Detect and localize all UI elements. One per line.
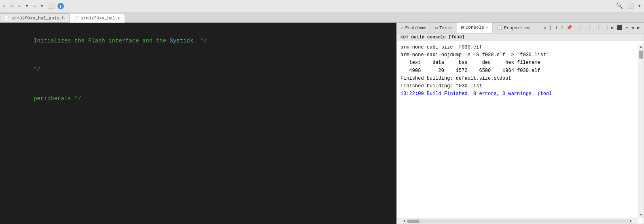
console-line-status: 13:22:00 Build Finished. 0 errors, 0 war… xyxy=(400,90,640,98)
code-comment-3: */ xyxy=(34,66,40,73)
editor-tab-bar: 📄 stm32f0xx_hal_gpio.h 📄 stm32f0xx_hal.c xyxy=(0,12,644,23)
maximize-btn[interactable]: ⬜ xyxy=(626,2,635,10)
clear-console-btn[interactable]: ✕ xyxy=(542,24,547,31)
file-icon-gpio: 📄 xyxy=(4,16,9,21)
window-btn[interactable]: ⬜ xyxy=(47,2,56,10)
scroll-down-arrow[interactable]: ▼ xyxy=(638,212,644,218)
console-vscrollbar[interactable]: ▲ ▼ xyxy=(638,44,644,218)
code-comment-peripherals: peripherals */ xyxy=(34,95,81,102)
layout-btn1[interactable]: ⬜ xyxy=(574,24,582,31)
hscroll-track xyxy=(406,220,629,223)
code-line-peripherals: peripherals */ xyxy=(6,85,390,113)
scroll-left-arrow[interactable]: ◀ xyxy=(403,219,405,223)
console-area: CDT Build Console [f030] arm-none-eabi-s… xyxy=(397,33,644,224)
panel-tab-bar: ⚠ Problems ☑ Tasks ▤ Console ✕ 📋 Propert… xyxy=(397,23,644,33)
right-panel: ⚠ Problems ☑ Tasks ▤ Console ✕ 📋 Propert… xyxy=(396,23,644,224)
console-line-5: Finished building: default.size.stdout xyxy=(400,75,640,82)
tab-console-label: Console xyxy=(466,25,484,30)
hscroll-thumb[interactable] xyxy=(407,220,419,223)
console-line-2: arm-none-eabi-objdump -h -S f030.elf > "… xyxy=(400,51,640,59)
main-toolbar: ⇦ ⇨ ⇦ ▾ ⇨ ▾ ⬜ i 🔍 ⬜ ▾ xyxy=(0,0,644,12)
search-btn[interactable]: 🔍 xyxy=(615,2,624,10)
code-comment-2: . */ xyxy=(193,38,207,44)
console-line-1: arm-none-eabi-size f030.elf xyxy=(400,44,640,51)
layout-btn3[interactable]: ⬜ xyxy=(592,24,600,31)
pin-btn[interactable]: 📌 xyxy=(566,24,573,31)
console-line-4: 4908 20 1572 6500 1964 f030.elf xyxy=(400,67,640,75)
expand-btn[interactable]: ▶ xyxy=(636,24,641,31)
scroll-right-arrow[interactable]: ▶ xyxy=(630,219,632,223)
tab-tasks[interactable]: ☑ Tasks xyxy=(431,23,457,33)
problems-icon: ⚠ xyxy=(401,25,404,30)
collapse-btn[interactable]: ◀ xyxy=(631,24,635,31)
panel-main: CDT Build Console [f030] arm-none-eabi-s… xyxy=(397,33,644,224)
tab-hal-c[interactable]: 📄 stm32f0xx_hal.c xyxy=(69,14,125,23)
scroll-lock-btn[interactable]: | xyxy=(548,25,553,31)
main-layout: Initializes the Flash interface and the … xyxy=(0,23,644,224)
dropdown-btn2[interactable]: ▾ xyxy=(39,2,44,10)
run-btn[interactable]: ▶ xyxy=(610,24,614,31)
toggle-btn[interactable]: ▾ xyxy=(637,2,642,10)
code-editor[interactable]: Initializes the Flash interface and the … xyxy=(0,23,396,224)
tab-gpio-label: stm32f0xx_hal_gpio.h xyxy=(11,16,65,21)
layout-btn4[interactable]: ⬜ xyxy=(601,24,609,31)
layout-btn2[interactable]: ⬜ xyxy=(583,24,591,31)
tab-problems[interactable]: ⚠ Problems xyxy=(397,23,431,33)
tab-problems-label: Problems xyxy=(405,25,427,30)
tab-properties-label: Properties xyxy=(504,25,531,30)
tab-tasks-label: Tasks xyxy=(439,25,453,30)
tab-console[interactable]: ▤ Console ✕ xyxy=(457,23,493,33)
code-line-2: Initializes the Flash interface and the … xyxy=(6,27,390,55)
console-close-btn[interactable]: ✕ xyxy=(486,25,488,30)
panel-toolbar: ✕ | ⬆ ⬇ 📌 ⬜ ⬜ ⬜ ⬜ ▶ ⬛ ▾ ◀ ▶ xyxy=(541,24,642,31)
console-hscrollbar[interactable]: ◀ ▶ xyxy=(397,218,638,224)
back-btn2[interactable]: ⇦ xyxy=(17,2,22,10)
console-line-3: text data bss dec hex filename xyxy=(400,59,640,67)
options-dropdown[interactable]: ▾ xyxy=(625,24,629,31)
code-line-5: */ xyxy=(6,55,390,84)
back-btn[interactable]: ⇦ xyxy=(2,2,7,10)
scroll-up-btn[interactable]: ⬆ xyxy=(554,24,559,31)
tab-properties[interactable]: 📋 Properties xyxy=(493,23,535,33)
dropdown-btn[interactable]: ▾ xyxy=(24,2,30,10)
editor-content: Initializes the Flash interface and the … xyxy=(0,23,396,117)
properties-icon: 📋 xyxy=(497,25,502,30)
forward-btn2[interactable]: ⇨ xyxy=(32,2,37,10)
file-icon-hal: 📄 xyxy=(74,16,78,21)
stop-btn[interactable]: ⬛ xyxy=(616,24,623,31)
tasks-icon: ☑ xyxy=(435,25,438,30)
scroll-thumb-v[interactable] xyxy=(639,51,643,59)
scroll-down-btn[interactable]: ⬇ xyxy=(560,24,564,31)
console-line-7: Finished building: f030.list xyxy=(400,82,640,90)
tab-hal-label: stm32f0xx_hal.c xyxy=(80,16,121,21)
tab-gpio-h[interactable]: 📄 stm32f0xx_hal_gpio.h xyxy=(0,13,69,22)
systick-link[interactable]: Systick xyxy=(169,38,193,44)
console-title: CDT Build Console [f030] xyxy=(397,34,644,41)
console-output[interactable]: arm-none-eabi-size f030.elf arm-none-eab… xyxy=(397,41,644,224)
forward-btn[interactable]: ⇨ xyxy=(9,2,15,10)
scroll-up-arrow[interactable]: ▲ xyxy=(638,44,644,50)
console-icon: ▤ xyxy=(461,25,464,30)
info-icon[interactable]: i xyxy=(57,3,64,9)
code-comment-1: Initializes the Flash interface and the xyxy=(34,38,169,44)
